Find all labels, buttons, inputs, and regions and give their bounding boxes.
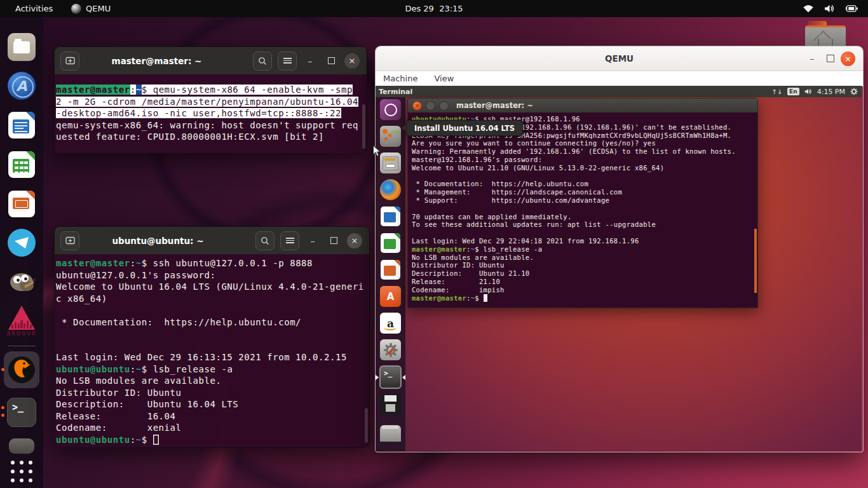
search-icon bbox=[258, 57, 267, 65]
volume-icon[interactable] bbox=[804, 88, 812, 95]
keyboard-indicator[interactable]: En bbox=[787, 88, 799, 95]
guest-app-menu-label[interactable]: Terminal bbox=[379, 88, 412, 96]
terminal-line: Last login: Wed Dec 29 16:13:15 2021 fro… bbox=[56, 351, 369, 363]
volume-icon bbox=[824, 4, 835, 13]
close-button[interactable]: × bbox=[841, 51, 855, 66]
terminal-line: master@192.168.1.96's password: bbox=[412, 156, 758, 164]
guest-clock[interactable]: 4:15 PM bbox=[817, 88, 845, 96]
terminal2-headerbar[interactable]: ubuntu@ubuntu: ~ – × bbox=[55, 227, 369, 254]
system-status-area[interactable] bbox=[803, 0, 858, 17]
search-button[interactable] bbox=[253, 51, 272, 71]
guest-screen[interactable]: Terminal ↑↓ En 4:15 PM bbox=[376, 86, 862, 451]
hamburger-icon bbox=[283, 58, 292, 64]
guest-terminal-scrollbar[interactable] bbox=[754, 229, 757, 293]
terminal-line bbox=[56, 328, 369, 340]
dock-item-libreoffice-writer[interactable] bbox=[6, 110, 37, 140]
terminal-line: master@master:~$ bbox=[412, 294, 758, 302]
qemu-icon bbox=[7, 355, 36, 384]
terminal2-content[interactable]: master@master:~$ ssh ubuntu@127.0.0.1 -p… bbox=[55, 254, 369, 448]
libreoffice-calc-icon bbox=[381, 233, 400, 253]
guest-terminal-titlebar[interactable]: × master@master: ~ bbox=[408, 98, 757, 112]
dock-item-a-browser[interactable]: A bbox=[6, 71, 37, 101]
dock-item-ardour[interactable]: ARDOUR bbox=[6, 304, 37, 340]
close-button[interactable]: × bbox=[344, 53, 360, 69]
running-indicator-dot bbox=[1, 368, 4, 371]
terminal-line bbox=[56, 340, 369, 352]
menu-button[interactable] bbox=[280, 231, 299, 250]
terminal-line: To see these additional updates run: apt… bbox=[412, 220, 758, 229]
maximize-button[interactable] bbox=[326, 236, 341, 246]
guest-terminal-content[interactable]: ubuntu@ubuntu:~$ ssh master@192.168.1.96… bbox=[408, 112, 758, 308]
terminal-line: ubuntu@ubuntu:~$ bbox=[56, 434, 369, 446]
dock-item-qemu[interactable] bbox=[4, 351, 39, 388]
launcher-libreoffice-impress[interactable] bbox=[379, 259, 402, 281]
launcher-files[interactable] bbox=[379, 152, 402, 174]
dock-item-gimp[interactable] bbox=[6, 267, 37, 297]
terminal-line: Codename: impish bbox=[412, 286, 758, 294]
close-button[interactable]: × bbox=[412, 101, 422, 111]
terminal-line: * Management: https://landscape.canonica… bbox=[412, 188, 758, 196]
new-tab-button[interactable] bbox=[60, 51, 79, 71]
ubuntu-software-icon: A bbox=[380, 286, 401, 307]
launcher-ubuntu-software[interactable]: A bbox=[379, 285, 402, 308]
running-arrow bbox=[376, 375, 379, 380]
clock[interactable]: Des 29 23:15 bbox=[405, 0, 463, 17]
terminal-line: Distributor ID: Ubuntu bbox=[56, 387, 369, 399]
close-button[interactable]: × bbox=[347, 233, 362, 248]
activities-button[interactable]: Activities bbox=[15, 0, 53, 17]
terminal-line: Description: Ubuntu 16.04 LTS bbox=[56, 398, 369, 410]
network-arrows-icon[interactable]: ↑↓ bbox=[771, 88, 782, 95]
launcher-libreoffice-calc[interactable] bbox=[379, 232, 402, 254]
dock-item-files[interactable] bbox=[6, 32, 37, 62]
focused-app-name: QEMU bbox=[86, 4, 111, 13]
ardour-icon: ARDOUR bbox=[6, 304, 37, 340]
terminal-line: Welcome to Ubuntu 21.10 (GNU/Linux 5.13.… bbox=[412, 164, 758, 172]
launcher-install-ubuntu[interactable] bbox=[379, 125, 402, 147]
terminal1-content[interactable]: master@master:~$ qemu-system-x86_64 -ena… bbox=[55, 74, 367, 154]
running-indicator-dot bbox=[1, 414, 4, 417]
launcher-ubuntu-bfb[interactable] bbox=[379, 98, 402, 121]
launcher-libreoffice-writer[interactable] bbox=[379, 205, 402, 227]
search-button[interactable] bbox=[255, 231, 275, 250]
launcher-floppy[interactable] bbox=[379, 393, 402, 415]
dock-item-show-applications[interactable] bbox=[6, 457, 37, 486]
menu-view[interactable]: View bbox=[434, 74, 454, 83]
qemu-titlebar[interactable]: QEMU – × bbox=[376, 46, 863, 71]
dock-item-libreoffice-impress[interactable] bbox=[6, 189, 37, 219]
minimize-button[interactable]: – bbox=[305, 236, 320, 246]
maximize-button[interactable] bbox=[323, 56, 339, 66]
terminal2-title: ubuntu@ubuntu: ~ bbox=[80, 236, 236, 246]
terminal-icon: >_ bbox=[379, 365, 402, 389]
terminal-line: * Documentation: https://help.ubuntu.com… bbox=[56, 316, 369, 329]
gimp-icon bbox=[8, 269, 36, 295]
search-icon bbox=[261, 236, 269, 245]
minimize-button[interactable]: – bbox=[804, 53, 820, 64]
dock-item-telegram[interactable] bbox=[6, 227, 37, 258]
dock-item-libreoffice-calc[interactable] bbox=[6, 149, 37, 180]
tooltip-text: Install Ubuntu 16.04 LTS bbox=[414, 124, 515, 133]
terminal-line: uested feature: CPUID.80000001H:ECX.svm … bbox=[56, 131, 367, 143]
launcher-firefox[interactable] bbox=[379, 179, 402, 201]
dock-item-more-app[interactable] bbox=[6, 438, 37, 454]
launcher-trash[interactable] bbox=[379, 419, 402, 442]
launcher-amazon[interactable]: a bbox=[379, 312, 402, 334]
terminal2-scrollbar[interactable] bbox=[365, 408, 368, 443]
launcher-system-settings[interactable] bbox=[379, 339, 402, 361]
menu-button[interactable] bbox=[278, 51, 297, 71]
close-icon: × bbox=[844, 54, 851, 64]
maximize-button[interactable] bbox=[827, 55, 834, 62]
battery-icon bbox=[845, 5, 858, 12]
minimize-button[interactable]: – bbox=[302, 56, 318, 66]
terminal1-headerbar[interactable]: master@master: ~ – × bbox=[55, 47, 367, 74]
minimize-button[interactable] bbox=[426, 101, 435, 111]
terminal1-scrollbar[interactable] bbox=[362, 104, 365, 149]
dock-item-terminal[interactable]: >_ bbox=[6, 397, 37, 428]
menu-machine[interactable]: Machine bbox=[383, 74, 417, 83]
maximize-button[interactable] bbox=[439, 101, 449, 111]
focused-app-indicator[interactable]: QEMU bbox=[71, 0, 111, 17]
gear-icon[interactable] bbox=[850, 88, 858, 95]
system-settings-icon bbox=[380, 339, 401, 360]
launcher-terminal[interactable]: >_ bbox=[379, 366, 402, 388]
new-tab-button[interactable] bbox=[60, 231, 79, 250]
trash-icon bbox=[380, 425, 401, 442]
